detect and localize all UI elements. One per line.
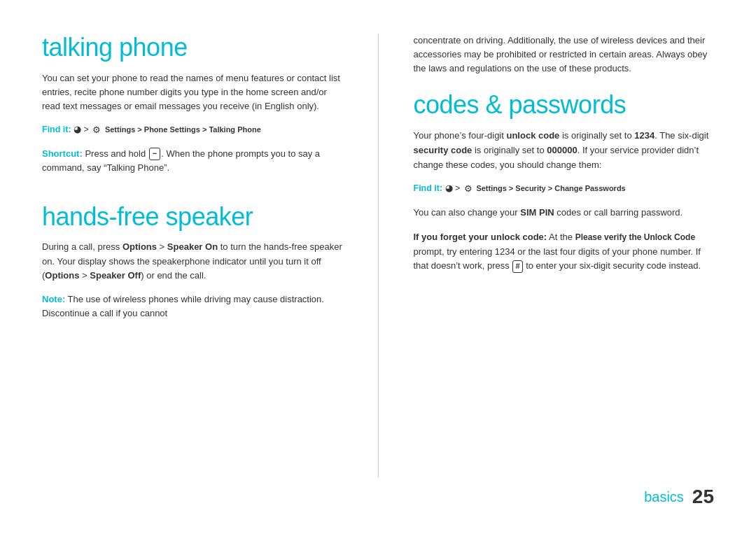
forget-unlock-note: If you forget your unlock code: At the P… (414, 230, 715, 274)
talking-phone-body: You can set your phone to read the names… (42, 71, 343, 113)
nav-dot-icon-1: ◕ > (74, 125, 91, 134)
page-container: talking phone You can set your phone to … (0, 0, 756, 536)
codes-passwords-title: codes & passwords (414, 91, 715, 119)
nav-dot-icon-2: ◕ > (445, 183, 463, 193)
note-body-1: The use of wireless phones while driving… (42, 294, 324, 318)
codes-path: Settings > Security > Change Passwords (476, 184, 625, 192)
shortcut-label: Shortcut: (42, 148, 83, 159)
hands-free-body: During a call, press Options > Speaker O… (42, 240, 343, 282)
note-label-1: Note: (42, 294, 65, 304)
settings-icon-1: ⚙ (92, 123, 101, 137)
talking-phone-path: Settings > Phone Settings > Talking Phon… (105, 125, 261, 134)
options-bold-1: Options (122, 241, 157, 252)
codes-find-it: Find it: ◕ > ⚙ Settings > Security > Cha… (414, 182, 715, 196)
please-verify-text: Please verify the Unlock Code (575, 232, 695, 242)
find-it-label-2: Find it: (414, 183, 443, 193)
speaker-on-bold: Speaker On (167, 241, 218, 252)
forget-unlock-bold: If you forget your unlock code: (414, 232, 547, 242)
left-column: talking phone You can set your phone to … (42, 34, 343, 477)
hands-free-note: Note: The use of wireless phones while d… (42, 292, 343, 320)
sim-pin-bold: SIM PIN (520, 207, 554, 218)
minus-key-icon: − (149, 148, 160, 160)
1234-bold: 1234 (634, 130, 654, 141)
talking-phone-find-it: Find it: ◕ > ⚙ Settings > Phone Settings… (42, 123, 343, 137)
hash-key-icon: # (512, 260, 522, 272)
options-bold-2: Options (45, 270, 79, 281)
unlock-code-bold: unlock code (506, 130, 559, 141)
footer-basics-label: basics (644, 489, 684, 505)
column-divider (378, 34, 379, 477)
talking-phone-title: talking phone (42, 34, 343, 62)
settings-icon-2: ⚙ (464, 182, 472, 196)
speaker-off-bold: Speaker Off (90, 270, 141, 281)
hands-free-title: hands-free speaker (42, 203, 343, 231)
right-column: concentrate on driving. Additionally, th… (414, 34, 715, 477)
codes-body-1: Your phone’s four-digit unlock code is o… (414, 129, 715, 172)
000000-bold: 000000 (547, 145, 577, 155)
talking-phone-shortcut: Shortcut: Press and hold −. When the pho… (42, 147, 343, 175)
sim-pin-body: You can also change your SIM PIN codes o… (414, 206, 715, 220)
security-code-bold: security code (414, 145, 472, 155)
shortcut-body: Press and hold −. When the phone prompts… (42, 148, 320, 173)
page-footer: basics 25 (42, 477, 714, 508)
find-it-label-1: Find it: (42, 125, 71, 134)
footer-page-number: 25 (692, 486, 714, 508)
two-column-layout: talking phone You can set your phone to … (42, 34, 714, 477)
right-top-body: concentrate on driving. Additionally, th… (414, 34, 715, 76)
